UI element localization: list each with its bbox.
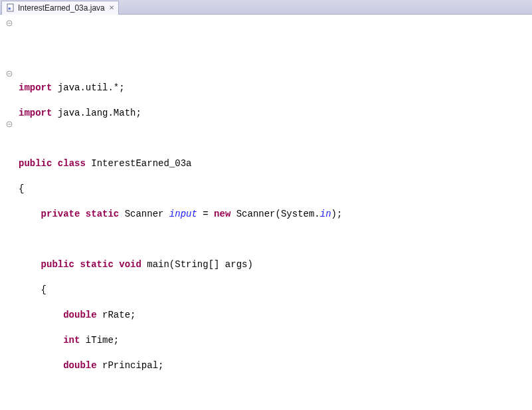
code-token: public [19,259,74,270]
code-editor[interactable]: import java.util.*; import java.lang.Mat… [0,15,532,410]
code-token: input [169,209,197,219]
code-token: InterestEarned_03a [86,158,192,169]
code-token: Scanner(System. [230,209,319,219]
code-token: Scanner [119,209,169,219]
code-token: import [19,82,52,93]
code-token: static [80,209,119,219]
code-token: import [19,108,52,118]
code-token: java.lang.Math; [52,108,141,118]
close-icon[interactable]: ✕ [109,4,114,11]
code-token: java.util.*; [52,82,124,93]
code-token: in [320,209,331,219]
code-token: double [19,310,97,320]
code-token: rRate; [97,310,136,320]
collapse-toggle-icon[interactable] [5,19,13,27]
java-file-icon: J [6,3,15,13]
code-token: private [19,209,80,219]
code-line [19,385,532,397]
code-line [19,132,532,145]
code-token: = [197,209,214,219]
code-token: rPrincipal; [97,360,164,371]
code-token: public [19,158,52,169]
code-line: { [19,183,532,195]
code-token: new [214,209,230,219]
code-token: ); [331,209,343,219]
collapse-toggle-icon[interactable] [5,70,13,78]
tab-filename: InterestEarned_03a.java [18,3,105,13]
tab-active[interactable]: J InterestEarned_03a.java ✕ [1,1,119,15]
code-token: static [74,259,114,270]
code-token: iTime; [80,335,119,346]
editor-tabbar: J InterestEarned_03a.java ✕ [0,0,532,15]
code-token: void [114,259,141,270]
code-line: { [19,284,532,296]
code-line [19,233,532,246]
code-token: class [52,158,85,169]
code-token: main(String[] args) [141,259,253,270]
code-token: double [19,360,97,371]
code-token: int [19,335,80,346]
collapse-toggle-icon[interactable] [5,120,13,128]
